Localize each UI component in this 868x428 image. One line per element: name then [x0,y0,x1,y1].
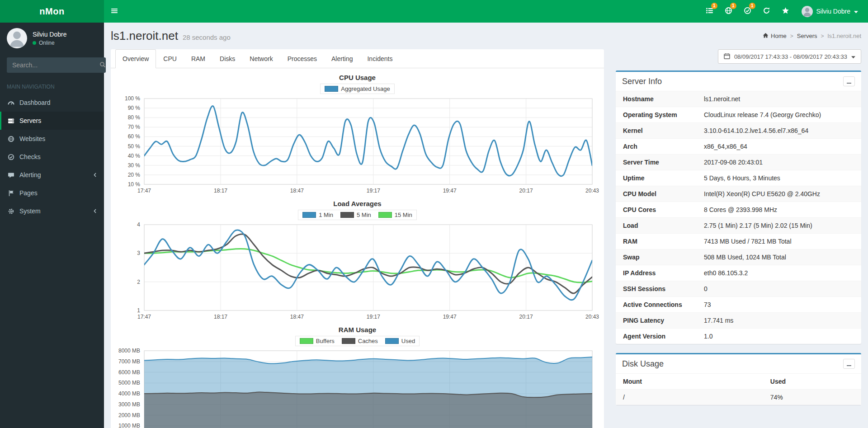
servers-icon [7,118,15,124]
tab-cpu[interactable]: CPU [156,49,184,68]
svg-text:2: 2 [137,279,140,285]
server-info-row: Archx86_64,x86_64 [616,139,861,155]
chevron-left-icon [93,172,97,178]
user-status[interactable]: Online [33,40,66,46]
ram-usage-chart-block: RAM Usage BuffersCachesUsed 1000 MB2000 … [114,326,600,428]
tab-network[interactable]: Network [242,49,280,68]
legend-item: 1 Min [302,212,333,218]
svg-text:19:47: 19:47 [443,188,457,194]
disk-col-used: Used [763,374,861,390]
online-status-icon [33,41,36,45]
tab-ram[interactable]: RAM [184,49,212,68]
tabs: OverviewCPURAMDisksNetworkProcessesAlert… [111,49,604,68]
collapse-button[interactable] [843,359,855,369]
sidebar-item-label: Alerting [19,171,41,179]
box-title: Disk Usage [622,359,664,369]
tasks-notifications-button[interactable]: 1 [700,0,719,23]
server-info-row: SSH Sessions0 [616,281,861,297]
legend-item: Used [385,338,415,344]
svg-text:5000 MB: 5000 MB [118,380,140,386]
user-menu-button[interactable]: Silviu Dobre [795,0,864,23]
websites-notifications-button[interactable]: 1 [719,0,738,23]
box-title: Server Info [622,77,662,86]
svg-text:10 %: 10 % [128,181,141,188]
legend-swatch [340,212,354,218]
server-info-row: Uptime5 Days, 6 Hours, 3 Minutes [616,170,861,186]
svg-text:3000 MB: 3000 MB [118,401,140,408]
info-label: CPU Model [616,186,699,202]
sidebar-item-label: System [19,207,41,215]
star-icon [782,7,789,16]
sidebar-item-system[interactable]: System [0,202,104,220]
tab-alerting[interactable]: Alerting [324,49,360,68]
calendar-icon [724,53,730,61]
info-value: 8 Cores @ 2393.998 MHz [699,202,861,218]
breadcrumb-current: ls1.neroit.net [828,33,861,39]
info-label: Operating System [616,107,699,123]
brand-logo[interactable]: nMon [0,0,104,23]
sidebar-item-checks[interactable]: Checks [0,148,104,166]
svg-text:8000 MB: 8000 MB [118,348,140,354]
info-label: PING Latency [616,313,699,329]
caret-down-icon [851,53,855,60]
svg-text:4: 4 [137,222,140,228]
collapse-button[interactable] [843,76,855,86]
legend-item: Aggregated Usage [325,85,390,92]
user-avatar [802,6,813,17]
checks-notifications-button[interactable]: 1 [738,0,757,23]
sidebar-item-websites[interactable]: Websites [0,130,104,148]
info-value: Intel(R) Xeon(R) CPU E5620 @ 2.40GHz [699,186,861,202]
svg-text:40 %: 40 % [128,153,141,159]
svg-text:17:47: 17:47 [137,188,151,194]
svg-text:3: 3 [137,250,140,256]
info-value: 17.741 ms [699,313,861,329]
tab-incidents[interactable]: Incidents [360,49,400,68]
search-input[interactable] [7,57,99,73]
info-value: ls1.neroit.net [699,91,861,107]
sidebar-nav-header: MAIN NAVIGATION [0,78,104,94]
server-info-row: PING Latency17.741 ms [616,313,861,329]
server-info-row: CPU Cores8 Cores @ 2393.998 MHz [616,202,861,218]
breadcrumb-home[interactable]: Home [763,33,787,40]
hamburger-icon [111,7,118,16]
legend-item: 15 Min [378,212,412,218]
tab-processes[interactable]: Processes [280,49,324,68]
server-info-row: IP Addresseth0 86.105.3.2 [616,265,861,281]
legend-label: 5 Min [357,212,371,218]
minus-icon [847,78,851,85]
server-info-table: Hostnamels1.neroit.netOperating SystemCl… [616,91,861,344]
notification-badge: 1 [711,3,717,9]
sidebar-item-pages[interactable]: Pages [0,184,104,202]
cpu-usage-chart-block: CPU Usage Aggregated Usage 10 %20 %30 %4… [114,74,600,196]
info-label: Active Connections [616,297,699,313]
sidebar-item-alerting[interactable]: Alerting [0,166,104,184]
info-value: 0 [699,281,861,297]
info-value: eth0 86.105.3.2 [699,265,861,281]
chart-title: RAM Usage [114,326,600,334]
charts-box: OverviewCPURAMDisksNetworkProcessesAlert… [111,49,604,428]
sidebar-item-dashboard[interactable]: Dashboard [0,94,104,112]
sidebar-item-label: Websites [19,135,45,142]
server-info-row: Swap508 MB Used, 1024 MB Total [616,249,861,265]
server-info-row: Agent Version1.0 [616,329,861,344]
svg-text:1000 MB: 1000 MB [118,423,140,428]
favorites-button[interactable] [776,0,795,23]
breadcrumb: Home > Servers > ls1.neroit.net [763,33,861,40]
tab-disks[interactable]: Disks [212,49,242,68]
home-icon [763,33,769,40]
sidebar-user-avatar [7,28,27,48]
page-subtitle: 28 seconds ago [183,33,231,41]
svg-text:50 %: 50 % [128,143,141,150]
sidebar-toggle-button[interactable] [104,0,125,23]
refresh-button[interactable] [757,0,776,23]
sidebar-item-servers[interactable]: Servers [0,112,104,130]
breadcrumb-servers[interactable]: Servers [797,33,817,39]
svg-text:20:43: 20:43 [585,314,599,320]
tab-overview[interactable]: Overview [115,49,156,68]
daterange-picker-button[interactable]: 08/09/2017 17:43:33 - 08/09/2017 20:43:3… [718,49,861,64]
disk-usage-table: Mount Used /74% [616,374,861,405]
svg-text:30 %: 30 % [128,162,141,169]
svg-text:17:47: 17:47 [137,314,151,320]
check-circle-icon [7,154,15,160]
daterange-label: 08/09/2017 17:43:33 - 08/09/2017 20:43:3… [734,53,847,60]
